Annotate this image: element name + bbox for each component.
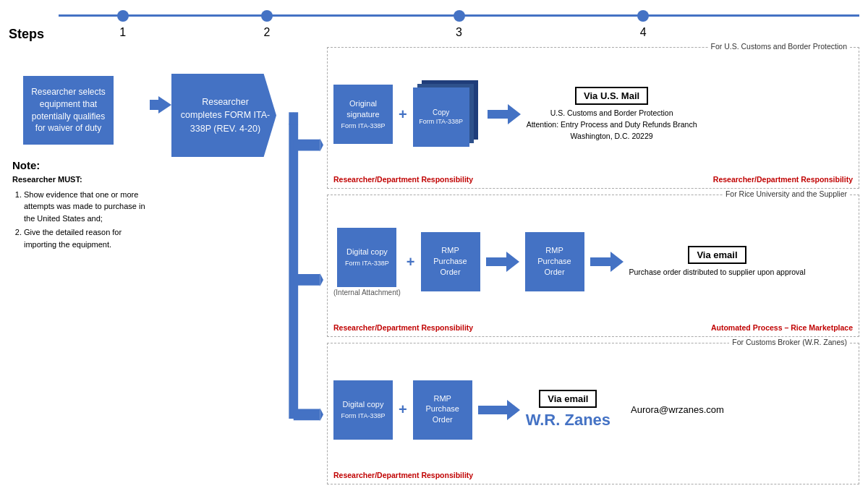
sec1-dest-text: U.S. Customs and Border Protection Atten… xyxy=(527,108,697,142)
step4-num: 4 xyxy=(640,26,647,39)
plus-1: + xyxy=(399,106,407,123)
sec3-dest-name: W.R. Zanes xyxy=(526,411,610,430)
sec2-via-label: Via email xyxy=(688,246,746,264)
step1-box: Researcher selects equipment that potent… xyxy=(23,76,114,145)
steps-label: Steps xyxy=(9,27,44,42)
page-wrapper: Steps 1 2 3 4 Researcher selects equipme… xyxy=(0,0,868,491)
section2-doc1: Digital copy Form ITA-338P xyxy=(337,228,396,287)
plus-3: + xyxy=(399,401,407,418)
fat-arrow-head-1 xyxy=(508,104,521,124)
sec1-copy-sub: Form ITA-338P xyxy=(419,117,463,126)
step2-dot xyxy=(261,10,273,22)
step2-num: 2 xyxy=(263,26,270,39)
section2-doc3: RMP Purchase Order xyxy=(525,232,584,291)
col4-arrows xyxy=(284,47,327,488)
svg-marker-3 xyxy=(320,139,323,152)
fat-arrow-head-2 xyxy=(506,252,519,272)
sec3-doc2-title: RMP Purchase Order xyxy=(417,393,469,426)
sec2-dest-text: Purchase order distributed to supplier u… xyxy=(629,267,806,278)
note-must: Researcher MUST: xyxy=(12,174,150,186)
section3-doc2: RMP Purchase Order xyxy=(413,380,472,440)
sec3-email: Aurora@wrzanes.com xyxy=(631,404,724,415)
sec2-attachment: (Internal Attachment) xyxy=(333,289,401,296)
arrow-h-head xyxy=(158,96,171,114)
sec3-doc1-sub: Form ITA-338P xyxy=(341,411,386,420)
fat-arrow-2b xyxy=(590,252,624,272)
note-title: Note: xyxy=(12,159,150,171)
step4-dot xyxy=(637,10,649,22)
plus-2: + xyxy=(407,254,415,270)
timeline: 1 2 3 4 xyxy=(59,7,859,43)
fat-arrow-body-3 xyxy=(478,406,507,414)
sec1-resp-right: Researcher/Department Responsibility xyxy=(713,175,853,184)
section1-doc1: Original signature Form ITA-338P xyxy=(333,85,393,144)
fat-arrow-body-2 xyxy=(486,257,506,266)
section3-dest: Via email W.R. Zanes xyxy=(526,390,610,430)
section2-doc2: RMP Purchase Order xyxy=(421,232,480,291)
note-list: Show evidence that one or more attempts … xyxy=(12,189,150,251)
step1-dot xyxy=(117,10,129,22)
sec3-via-label: Via email xyxy=(539,390,597,408)
sec2-resp-left: Researcher/Department Responsibility xyxy=(333,323,473,332)
note-box: Note: Researcher MUST: Show evidence tha… xyxy=(12,159,150,252)
arrow-h-1 xyxy=(150,96,171,114)
fat-arrow-3 xyxy=(478,400,520,420)
col1: Researcher selects equipment that potent… xyxy=(9,47,150,488)
svg-marker-5 xyxy=(320,273,323,286)
sec3-doc1-title: Digital copy xyxy=(343,399,384,410)
sec1-stack-front: Copy Form ITA-338P xyxy=(413,87,469,147)
sec1-copy-title: Copy xyxy=(433,108,449,118)
sec1-resp-left: Researcher/Department Responsibility xyxy=(333,175,473,184)
section1-copy-stack: Copy Form ITA-338P xyxy=(413,80,482,149)
step3-dot xyxy=(454,10,465,22)
sec3-resp-left: Researcher/Department Responsibility xyxy=(333,471,473,479)
fat-arrow-head-3 xyxy=(507,400,520,420)
section2-body: Digital copy Form ITA-338P (Internal Att… xyxy=(333,201,853,323)
section2-label: For Rice University and the Supplier xyxy=(723,189,850,198)
note-item-1: Show evidence that one or more attempts … xyxy=(24,189,150,225)
col5-sections: For U.S. Customs and Border Protection O… xyxy=(327,47,859,488)
section3-label: For Customs Broker (W.R. Zanes) xyxy=(729,338,850,346)
section3-box: For Customs Broker (W.R. Zanes) Digital … xyxy=(327,343,859,484)
section1-label: For U.S. Customs and Border Protection xyxy=(708,42,851,51)
sec2-doc2-title: RMP Purchase Order xyxy=(425,245,477,278)
note-body: Researcher MUST: Show evidence that one … xyxy=(12,174,150,250)
section1-body: Original signature Form ITA-338P + Copy … xyxy=(333,54,853,175)
fat-arrow-body-1 xyxy=(488,110,508,119)
col3: Researcher completes FORM ITA-338P (REV.… xyxy=(171,47,284,488)
fat-arrow-head-2b xyxy=(610,252,624,272)
section3-doc1: Digital copy Form ITA-338P xyxy=(333,380,393,440)
arrow-h-body xyxy=(150,100,158,110)
section1-box: For U.S. Customs and Border Protection O… xyxy=(327,47,859,189)
step1-num: 1 xyxy=(119,26,126,39)
sec1-doc1-sub: Form ITA-338P xyxy=(341,121,386,130)
sec2-doc1-sub: Form ITA-338P xyxy=(345,259,389,268)
sec1-dest2: Attention: Entry Process and Duty Refund… xyxy=(527,120,697,129)
section2-box: For Rice University and the Supplier Dig… xyxy=(327,195,859,336)
fat-arrow-1 xyxy=(488,104,521,124)
flow-arrows-svg xyxy=(284,47,323,488)
sec2-doc3-title: RMP Purchase Order xyxy=(529,245,581,278)
sec1-doc1-title: Original signature xyxy=(337,98,389,120)
section3-body: Digital copy Form ITA-338P + RMP Purchas… xyxy=(333,349,853,471)
fat-arrow-body-2b xyxy=(590,257,610,266)
step3-num: 3 xyxy=(456,26,462,39)
sec1-via-label: Via U.S. Mail xyxy=(575,87,648,105)
sec2-doc1-title: Digital copy xyxy=(346,247,388,257)
section2-dest: Via email Purchase order distributed to … xyxy=(629,246,806,278)
header-row: Steps 1 2 3 4 xyxy=(9,7,859,43)
arrow-1-to-2 xyxy=(150,47,171,488)
step2-box: Researcher completes FORM ITA-338P (REV.… xyxy=(171,74,276,157)
sec1-dest1: U.S. Customs and Border Protection xyxy=(550,108,673,117)
sec2-resp-right: Automated Process – Rice Marketplace xyxy=(711,323,853,332)
svg-marker-7 xyxy=(320,408,323,421)
note-item-2: Give the detailed reason for importing t… xyxy=(24,226,150,250)
section1-dest: Via U.S. Mail U.S. Customs and Border Pr… xyxy=(527,87,697,142)
section2-foot: Researcher/Department Responsibility Aut… xyxy=(333,323,853,332)
body-row: Researcher selects equipment that potent… xyxy=(9,47,859,488)
section3-foot: Researcher/Department Responsibility xyxy=(333,471,853,479)
fat-arrow-2 xyxy=(486,252,519,272)
sec1-dest3: Washington, D.C. 20229 xyxy=(571,132,653,140)
section1-foot: Researcher/Department Responsibility Res… xyxy=(333,175,853,184)
